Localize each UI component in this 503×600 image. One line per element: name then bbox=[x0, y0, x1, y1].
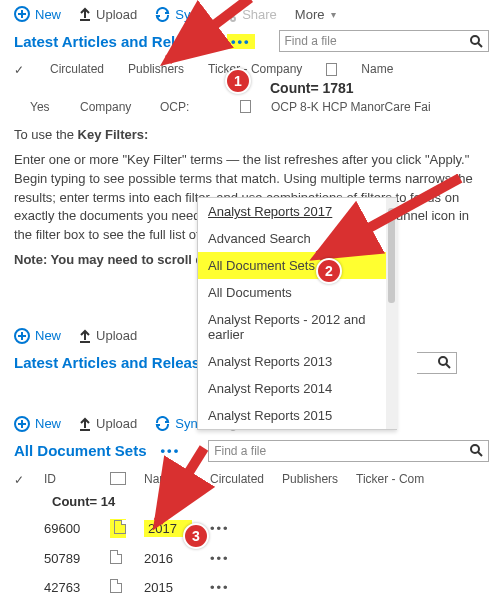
col-publishers-2[interactable]: Publishers bbox=[282, 472, 338, 486]
more-button[interactable]: More▾ bbox=[295, 7, 337, 22]
columns-1: ✓ Circulated Publishers Ticker - Company… bbox=[0, 58, 503, 78]
cell-name-2016[interactable]: 2016 bbox=[144, 551, 192, 566]
menu-item-analyst-2015[interactable]: Analyst Reports 2015 bbox=[198, 402, 396, 429]
count-2: Count= 14 bbox=[14, 490, 489, 513]
menu-item-analyst-2014[interactable]: Analyst Reports 2014 bbox=[198, 375, 396, 402]
svg-point-10 bbox=[471, 36, 479, 44]
upload-icon bbox=[79, 7, 91, 21]
find-placeholder: Find a file bbox=[285, 34, 470, 48]
search-icon bbox=[470, 35, 483, 48]
row-menu[interactable]: ••• bbox=[210, 551, 230, 566]
cell-publisher: Company bbox=[80, 100, 140, 114]
plus-icon bbox=[14, 328, 30, 344]
svg-line-8 bbox=[228, 12, 231, 14]
col-name[interactable]: Name bbox=[361, 62, 393, 76]
plus-icon bbox=[14, 6, 30, 22]
callout-1: 1 bbox=[225, 68, 251, 94]
upload-icon bbox=[79, 417, 91, 431]
view-row-2: All Document Sets ••• Find a file bbox=[0, 438, 503, 468]
upload-button[interactable]: Upload bbox=[79, 7, 137, 22]
upload-label: Upload bbox=[96, 7, 137, 22]
upload-button-mid[interactable]: Upload bbox=[79, 328, 137, 343]
view-title-mid[interactable]: Latest Articles and Releases bbox=[14, 354, 217, 371]
doctype-col-icon bbox=[326, 63, 337, 76]
svg-line-30 bbox=[478, 452, 482, 456]
col-publishers[interactable]: Publishers bbox=[128, 62, 184, 76]
cell-ticker: OCP: bbox=[160, 100, 220, 114]
more-label: More bbox=[295, 7, 325, 22]
doc-icon bbox=[240, 100, 251, 113]
menu-item-analyst-2017[interactable]: Analyst Reports 2017 bbox=[198, 198, 396, 225]
plus-icon bbox=[14, 416, 30, 432]
row-menu[interactable]: ••• bbox=[210, 521, 230, 536]
search-icon bbox=[438, 356, 451, 369]
find-file-input-1[interactable]: Find a file bbox=[279, 30, 489, 52]
find-file-input-2[interactable]: Find a file bbox=[208, 440, 489, 462]
svg-point-17 bbox=[439, 357, 447, 365]
table-row[interactable]: 69600 2017 ••• bbox=[14, 513, 489, 544]
col-ticker[interactable]: Ticker - Company bbox=[208, 62, 302, 76]
view-dropdown-menu: Analyst Reports 2017 Advanced Search All… bbox=[197, 197, 397, 430]
g1a: To use the bbox=[14, 127, 78, 142]
table-row[interactable]: 42763 2015 ••• bbox=[14, 573, 489, 600]
menu-item-advanced-search[interactable]: Advanced Search bbox=[198, 225, 396, 252]
view-menu-ellipsis-1[interactable]: ••• bbox=[227, 34, 255, 49]
col-id[interactable]: ID bbox=[44, 472, 92, 486]
docset-icon bbox=[114, 520, 126, 534]
col-circulated-2[interactable]: Circulated bbox=[210, 472, 264, 486]
menu-scrollbar[interactable] bbox=[386, 198, 397, 429]
data-row-1[interactable]: Yes Company OCP: OCP 8-K HCP ManorCare F… bbox=[0, 98, 503, 116]
view-title-1[interactable]: Latest Articles and Releases bbox=[14, 33, 217, 50]
cell-name-2015[interactable]: 2015 bbox=[144, 580, 192, 595]
menu-item-analyst-2013[interactable]: Analyst Reports 2013 bbox=[198, 348, 396, 375]
menu-item-all-document-sets[interactable]: All Document Sets bbox=[198, 252, 396, 279]
menu-item-all-documents[interactable]: All Documents bbox=[198, 279, 396, 306]
g1b: Key Filters: bbox=[78, 127, 149, 142]
share-icon bbox=[222, 7, 237, 22]
col-name-2[interactable]: Name bbox=[144, 472, 192, 486]
callout-2: 2 bbox=[316, 258, 342, 284]
docset-icon bbox=[110, 579, 122, 593]
table-row[interactable]: 50789 2016 ••• bbox=[14, 544, 489, 573]
doctype-col-icon-2 bbox=[110, 472, 126, 485]
svg-point-6 bbox=[231, 9, 235, 13]
new-button-mid[interactable]: New bbox=[14, 328, 61, 344]
table-2: ✓ ID Name Circulated Publishers Ticker -… bbox=[0, 468, 503, 600]
svg-point-5 bbox=[224, 13, 228, 17]
share-label: Share bbox=[242, 7, 277, 22]
select-all-check[interactable]: ✓ bbox=[14, 63, 26, 75]
share-button[interactable]: Share bbox=[222, 7, 277, 22]
count-1: Count= 1781 bbox=[0, 78, 503, 98]
sync-button[interactable]: Sync bbox=[155, 7, 204, 22]
svg-point-29 bbox=[471, 445, 479, 453]
view-title-2[interactable]: All Document Sets bbox=[14, 442, 147, 459]
find-box-mid[interactable] bbox=[417, 352, 457, 374]
view-row-1: Latest Articles and Releases ••• Find a … bbox=[0, 28, 503, 58]
upload-button-2[interactable]: Upload bbox=[79, 416, 137, 431]
svg-line-18 bbox=[446, 364, 450, 368]
cell-name: OCP 8-K HCP ManorCare Fai bbox=[271, 100, 431, 114]
sync-label: Sync bbox=[175, 7, 204, 22]
toolbar-1: New Upload Sync Share More▾ bbox=[0, 0, 503, 28]
upload-icon bbox=[79, 329, 91, 343]
new-button[interactable]: New bbox=[14, 6, 61, 22]
view-menu-ellipsis-2[interactable]: ••• bbox=[157, 443, 185, 458]
row-menu[interactable]: ••• bbox=[210, 580, 230, 595]
docset-icon bbox=[110, 550, 122, 564]
new-label: New bbox=[35, 7, 61, 22]
sync-icon bbox=[155, 7, 170, 22]
menu-item-analyst-2012[interactable]: Analyst Reports - 2012 and earlier bbox=[198, 306, 396, 348]
cell-circulated: Yes bbox=[30, 100, 60, 114]
cell-id: 42763 bbox=[44, 580, 92, 595]
svg-line-11 bbox=[478, 43, 482, 47]
callout-3: 3 bbox=[183, 523, 209, 549]
svg-line-9 bbox=[228, 16, 231, 18]
chevron-down-icon: ▾ bbox=[331, 9, 336, 20]
cell-id: 50789 bbox=[44, 551, 92, 566]
svg-point-7 bbox=[231, 17, 235, 21]
col-ticker-2[interactable]: Ticker - Com bbox=[356, 472, 424, 486]
columns-2: ✓ ID Name Circulated Publishers Ticker -… bbox=[14, 468, 489, 490]
select-all-check-2[interactable]: ✓ bbox=[14, 473, 26, 485]
new-button-2[interactable]: New bbox=[14, 416, 61, 432]
col-circulated[interactable]: Circulated bbox=[50, 62, 104, 76]
